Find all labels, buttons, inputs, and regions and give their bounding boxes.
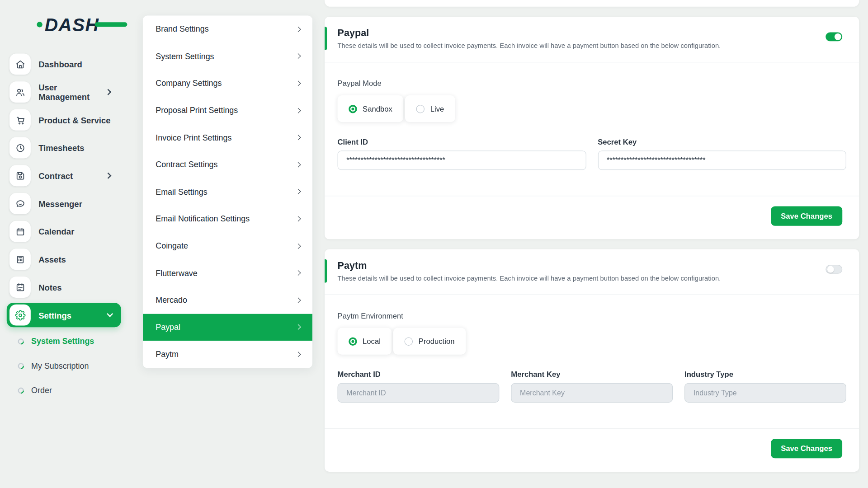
sidebar-item-label: User Management: [38, 83, 106, 102]
paypal-fields: Client ID Secret Key: [338, 138, 846, 170]
notes-icon: [9, 277, 31, 298]
menu-item-company-settings[interactable]: Company Settings: [143, 70, 312, 97]
paytm-save-button[interactable]: Save Changes: [771, 439, 842, 458]
bullet-icon: [17, 386, 25, 394]
merchant-id-field-group: Merchant ID: [338, 370, 500, 403]
industry-type-input[interactable]: [684, 383, 846, 403]
radio-unselected-icon: [405, 337, 413, 346]
sidebar-item-dashboard[interactable]: Dashboard: [0, 50, 132, 78]
chevron-right-icon: [295, 324, 301, 330]
sidebar-subitem-label: System Settings: [31, 337, 94, 346]
chevron-right-icon: [295, 352, 301, 357]
radio-option-production[interactable]: Production: [393, 328, 466, 355]
chevron-right-icon: [295, 108, 301, 113]
menu-item-email-notification-settings[interactable]: Email Notification Settings: [143, 205, 312, 232]
sidebar-item-assets[interactable]: Assets: [0, 245, 132, 273]
merchant-id-input[interactable]: [338, 383, 500, 403]
secret-key-input[interactable]: [598, 150, 846, 170]
main-content: Paypal These details will be used to col…: [325, 0, 859, 472]
menu-item-flutterwave[interactable]: Flutterwave: [143, 259, 312, 286]
sidebar: DASH Dashboard User Management: [0, 0, 132, 488]
accent-bar: [325, 259, 327, 283]
sidebar-item-label: Calendar: [38, 227, 74, 236]
menu-item-label: Contract Settings: [156, 160, 217, 169]
client-id-label: Client ID: [338, 138, 586, 146]
menu-item-email-settings[interactable]: Email Settings: [143, 178, 312, 205]
chevron-right-icon: [295, 53, 301, 59]
secret-key-field-group: Secret Key: [598, 138, 846, 170]
menu-item-mercado[interactable]: Mercado: [143, 286, 312, 314]
sidebar-subitem-order[interactable]: Order: [0, 378, 132, 403]
sidebar-item-settings[interactable]: Settings: [7, 303, 121, 327]
menu-item-paytm[interactable]: Paytm: [143, 341, 312, 368]
secret-key-label: Secret Key: [598, 138, 846, 146]
save-disk-icon: [9, 165, 31, 186]
sidebar-item-calendar[interactable]: Calendar: [0, 217, 132, 245]
paypal-enable-toggle[interactable]: [826, 33, 842, 42]
menu-item-invoice-print-settings[interactable]: Invoice Print Settings: [143, 124, 312, 151]
sidebar-item-messenger[interactable]: Messenger: [0, 190, 132, 218]
gear-icon: [9, 305, 31, 326]
industry-type-label: Industry Type: [684, 370, 846, 379]
merchant-id-label: Merchant ID: [338, 370, 500, 379]
sidebar-item-product-service[interactable]: Product & Service: [0, 106, 132, 134]
sidebar-item-label: Dashboard: [38, 59, 82, 69]
menu-item-label: Mercado: [156, 296, 187, 305]
chevron-right-icon: [295, 189, 301, 194]
paytm-card-footer: Save Changes: [325, 429, 859, 472]
menu-item-label: Flutterwave: [156, 268, 197, 277]
sidebar-item-timesheets[interactable]: Timesheets: [0, 134, 132, 162]
paytm-card-body: Paytm Environment Local Production Merch…: [325, 295, 859, 428]
menu-item-label: Email Settings: [156, 187, 207, 196]
paypal-card-body: Paypal Mode Sandbox Live Client ID: [325, 62, 859, 196]
sidebar-item-notes[interactable]: Notes: [0, 273, 132, 301]
previous-card-edge: [325, 0, 859, 7]
toggle-knob: [835, 33, 841, 40]
sidebar-item-label: Assets: [38, 254, 66, 264]
client-id-input[interactable]: [338, 150, 586, 170]
chevron-right-icon: [295, 270, 301, 276]
sidebar-item-contract[interactable]: Contract: [0, 162, 132, 190]
menu-item-system-settings[interactable]: System Settings: [143, 43, 312, 70]
merchant-key-label: Merchant Key: [511, 370, 673, 379]
chevron-right-icon: [295, 243, 301, 249]
menu-item-coingate[interactable]: Coingate: [143, 232, 312, 259]
card-description: These details will be used to collect in…: [338, 274, 843, 282]
menu-item-proposal-print-settings[interactable]: Proposal Print Settings: [143, 97, 312, 124]
clock-icon: [9, 137, 31, 159]
menu-item-contract-settings[interactable]: Contract Settings: [143, 151, 312, 178]
brand-name: DASH: [39, 14, 99, 35]
client-id-field-group: Client ID: [338, 138, 586, 170]
users-icon: [9, 81, 31, 103]
sidebar-item-label: Messenger: [38, 199, 82, 208]
paypal-save-button[interactable]: Save Changes: [771, 206, 842, 226]
radio-option-sandbox[interactable]: Sandbox: [338, 95, 404, 122]
paypal-card-header: Paypal These details will be used to col…: [325, 17, 859, 62]
card-description: These details will be used to collect in…: [338, 42, 843, 50]
sidebar-subitem-system-settings[interactable]: System Settings: [0, 329, 132, 353]
paytm-enable-toggle[interactable]: [826, 265, 842, 274]
paypal-mode-options: Sandbox Live: [338, 95, 846, 122]
paytm-fields: Merchant ID Merchant Key Industry Type: [338, 370, 846, 403]
calculator-icon: [9, 249, 31, 270]
paytm-environment-label: Paytm Environment: [338, 312, 846, 320]
paypal-card-footer: Save Changes: [325, 196, 859, 239]
sidebar-item-user-management[interactable]: User Management: [0, 78, 132, 106]
calendar-icon: [9, 221, 31, 242]
menu-item-label: Invoice Print Settings: [156, 133, 231, 142]
sidebar-subitem-my-subscription[interactable]: My Subscription: [0, 353, 132, 378]
chevron-right-icon: [105, 173, 111, 179]
radio-option-label: Local: [363, 337, 381, 346]
radio-option-live[interactable]: Live: [405, 95, 455, 122]
cart-icon: [9, 109, 31, 131]
settings-menu-panel: Brand Settings System Settings Company S…: [143, 16, 312, 368]
menu-item-brand-settings[interactable]: Brand Settings: [143, 16, 312, 43]
merchant-key-input[interactable]: [511, 383, 673, 403]
menu-item-paypal[interactable]: Paypal: [143, 314, 312, 341]
chevron-right-icon: [295, 135, 301, 140]
sidebar-item-label: Contract: [38, 171, 73, 180]
sidebar-nav: Dashboard User Management Product & Serv…: [0, 50, 132, 403]
chevron-right-icon: [295, 216, 301, 221]
radio-option-local[interactable]: Local: [338, 328, 392, 355]
radio-unselected-icon: [416, 104, 425, 113]
